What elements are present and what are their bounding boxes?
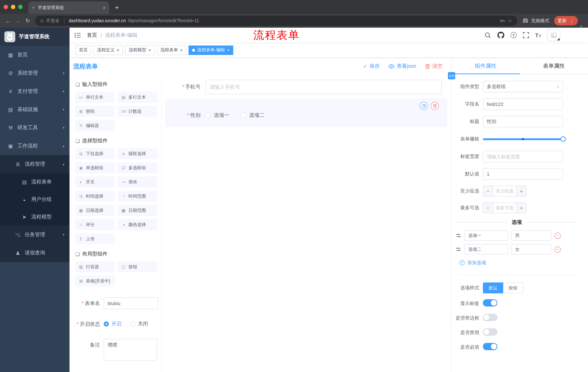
palette-item-multi-line-text[interactable]: ▤多行文本 [118, 92, 157, 103]
browser-tab[interactable]: ⚡ 芋道管理系统 × [28, 1, 109, 14]
drag-handle-icon[interactable] [456, 247, 461, 252]
palette-item-cascader[interactable]: ↳级联选择 [118, 148, 157, 159]
default-value-input[interactable] [483, 168, 563, 180]
option-label-input[interactable] [464, 244, 508, 255]
tab-component-props[interactable]: 组件属性 [452, 58, 520, 74]
palette-item-select[interactable]: ◎下拉选择 [75, 148, 115, 159]
maximize-window-button[interactable] [18, 5, 22, 9]
close-icon[interactable]: × [148, 47, 151, 53]
palette-item-checkbox-group[interactable]: ☑多选框组 [118, 162, 157, 173]
border-switch[interactable] [483, 314, 497, 321]
bookmark-star-icon[interactable]: ☆ [508, 18, 512, 24]
sidebar-item-infrastructure[interactable]: ▧ 基础设施 ▾ [0, 100, 70, 119]
palette-item-time-picker[interactable]: ◷时间选择 [75, 191, 115, 202]
palette-item-date-range[interactable]: ▩日期范围 [118, 205, 157, 216]
slider-track[interactable] [483, 138, 563, 140]
close-icon[interactable]: × [117, 47, 119, 53]
remove-option-button[interactable]: − [555, 233, 561, 239]
palette-item-time-range[interactable]: ◔时间范围 [118, 191, 157, 202]
tab-form-props[interactable]: 表单属性 [520, 58, 588, 74]
disabled-switch[interactable] [483, 328, 497, 336]
gender-option-1[interactable]: 选项一 [206, 112, 229, 119]
gender-option-2[interactable]: 选项二 [241, 112, 264, 119]
field-name-input[interactable] [483, 98, 563, 110]
sidebar-item-process-form[interactable]: ▤ 流程表单 [0, 173, 70, 191]
palette-item-editor[interactable]: ✎编辑器 [75, 120, 115, 131]
component-type-select[interactable]: 多选框组 ▾ [483, 81, 563, 93]
field-gender-selected[interactable]: *性别 选项一 选项二 [166, 99, 447, 127]
palette-item-switch[interactable]: ◐开关 [75, 177, 115, 187]
label-width-input[interactable] [483, 151, 563, 162]
avatar[interactable] [547, 29, 560, 41]
checkbox[interactable] [206, 113, 211, 118]
back-icon[interactable]: ← [5, 18, 10, 24]
sidebar-item-payment[interactable]: ¥ 支付管理 ▾ [0, 82, 70, 100]
palette-item-password[interactable]: ⊠密码 [75, 106, 115, 117]
drawing-board[interactable]: *手机号 *性别 选项一 [162, 74, 451, 372]
add-option-button[interactable]: + 添加选项 [460, 260, 578, 266]
status-off-radio[interactable]: 关闭 [130, 318, 148, 330]
address-bar[interactable]: ⚠ 不安全 dashboard.yudao.iocoder.cn /bpm/ma… [35, 16, 517, 26]
tag-process-model[interactable]: 流程模型 × [125, 45, 155, 55]
style-button-button[interactable]: 按钮 [503, 282, 523, 293]
palette-item-rate[interactable]: ☆评分 [75, 219, 115, 230]
search-icon[interactable] [484, 32, 491, 38]
title-input[interactable] [483, 116, 563, 128]
tag-home[interactable]: 首页 [75, 45, 91, 55]
clear-button[interactable]: 清空 [425, 63, 442, 70]
min-select-stepper[interactable]: − 至少应选 + [483, 186, 526, 197]
palette-item-button[interactable]: ▢按钮 [118, 261, 157, 272]
sidebar-item-process-management[interactable]: ≣ 流程管理 ▴ [0, 155, 70, 173]
close-window-button[interactable] [4, 5, 8, 9]
palette-item-upload[interactable]: ↥上传 [75, 233, 115, 244]
increase-button[interactable]: + [516, 186, 526, 196]
slider-handle[interactable] [560, 136, 566, 142]
github-icon[interactable] [497, 32, 504, 39]
breadcrumb-home[interactable]: 首页 [87, 32, 97, 38]
app-logo[interactable]: 芋道管理系统 [0, 28, 70, 46]
palette-item-row-container[interactable]: ▥行容器 [75, 261, 115, 272]
palette-item-single-line-text[interactable]: ▭单行文本 [75, 92, 115, 103]
show-label-switch[interactable] [483, 299, 497, 307]
palette-item-date-picker[interactable]: ▦日期选择 [75, 205, 115, 216]
sidebar-item-leave-query[interactable]: ♟ 请假查询 [0, 244, 70, 262]
reload-icon[interactable]: ↻ [25, 18, 30, 24]
palette-item-counter[interactable]: 123计数器 [118, 106, 157, 117]
field-phone[interactable]: *手机号 [166, 80, 447, 94]
copy-component-button[interactable] [420, 102, 428, 110]
min-select-placeholder[interactable]: 至少应选 [493, 186, 516, 196]
option-value-input[interactable] [511, 244, 551, 255]
browser-menu-icon[interactable]: ⋮ [570, 18, 574, 23]
security-label[interactable]: 不安全 [46, 18, 60, 24]
decrease-button[interactable]: − [483, 186, 493, 196]
style-default-button[interactable]: 默认 [483, 282, 503, 293]
forward-icon[interactable]: → [15, 18, 21, 24]
form-grid-slider[interactable] [483, 133, 563, 145]
sidebar-item-devtools[interactable]: ⚒ 研发工具 ▾ [0, 119, 70, 137]
delete-component-button[interactable] [431, 102, 439, 110]
checkbox[interactable] [241, 113, 246, 118]
form-name-input[interactable] [104, 298, 158, 309]
sidebar-item-process-model[interactable]: ➤ 流程模型 [0, 208, 70, 226]
sidebar-item-task-management[interactable]: ⌥ 任务管理 ▾ [0, 226, 70, 244]
link-badge[interactable] [448, 72, 455, 79]
sidebar-item-system[interactable]: ⚙ 系统管理 ▾ [0, 64, 70, 82]
window-controls[interactable] [4, 5, 22, 9]
decrease-button[interactable]: − [483, 203, 493, 213]
palette-item-color-picker[interactable]: ◑颜色选择 [118, 219, 157, 230]
password-key-icon[interactable] [500, 18, 505, 24]
close-tab-icon[interactable]: × [103, 5, 105, 10]
palette-item-slider[interactable]: ⊸滑块 [118, 177, 157, 187]
help-icon[interactable]: ? [510, 32, 516, 38]
sidebar-item-home[interactable]: ▦ 首页 [0, 46, 70, 64]
browser-update-button[interactable]: 更新 ⋮ [554, 16, 578, 25]
new-tab-button[interactable]: + [115, 4, 119, 12]
sidebar-item-user-group[interactable]: ◒ 用户分组 [0, 191, 70, 208]
minimize-window-button[interactable] [11, 5, 15, 9]
phone-input[interactable] [206, 80, 442, 94]
font-size-icon[interactable]: TT [535, 32, 541, 38]
sidebar-item-workflow[interactable]: ▣ 工作流程 ▴ [0, 137, 70, 155]
palette-item-radio-group[interactable]: ◉单选框组 [75, 162, 115, 173]
drag-handle-icon[interactable] [456, 233, 461, 238]
collapse-sidebar-icon[interactable] [74, 32, 81, 38]
